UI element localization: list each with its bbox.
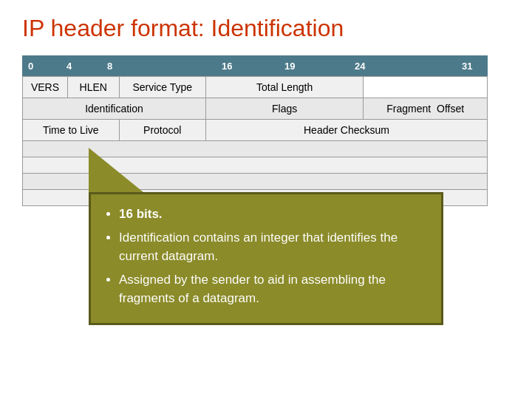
total-length-cell: Total Length (205, 77, 363, 98)
identification-cell: Identification (23, 98, 206, 120)
table-row: VERS HLEN Service Type Total Length (23, 77, 488, 98)
tooltip-box: 16 bits. Identification contains an inte… (89, 192, 443, 325)
bit-4: 4 (66, 61, 72, 72)
vers-cell: VERS (23, 77, 68, 98)
tooltip-item-1: 16 bits. (119, 205, 428, 224)
service-type-cell: Service Type (119, 77, 205, 98)
ttl-cell: Time to Live (23, 120, 120, 141)
tooltip-item-2: Identification contains an integer that … (119, 228, 428, 266)
bit-31: 31 (462, 61, 472, 72)
tooltip-list: 16 bits. Identification contains an inte… (104, 205, 428, 308)
table-row: Time to Live Protocol Header Checksum (23, 120, 488, 141)
bit-16: 16 (222, 61, 232, 72)
tooltip-arrow (89, 148, 148, 196)
bit-0: 0 (28, 61, 33, 72)
protocol-cell: Protocol (119, 120, 205, 141)
fragment-offset-cell: Fragment Offset (364, 98, 488, 120)
flags-cell: Flags (205, 98, 363, 120)
bit-8: 8 (107, 61, 112, 72)
bit-19: 19 (284, 61, 295, 72)
slide: IP header format: Identification 0 4 8 1… (0, 0, 532, 399)
bit-numbers-row: 0 4 8 16 19 24 31 (22, 55, 488, 76)
tooltip-item-3: Assigned by the sender to aid in assembl… (119, 270, 428, 308)
hlen-cell: HLEN (67, 77, 119, 98)
page-title: IP header format: Identification (22, 15, 510, 42)
bit-24: 24 (355, 61, 365, 72)
header-checksum-cell: Header Checksum (205, 120, 487, 141)
table-row: Identification Flags Fragment Offset (23, 98, 488, 120)
